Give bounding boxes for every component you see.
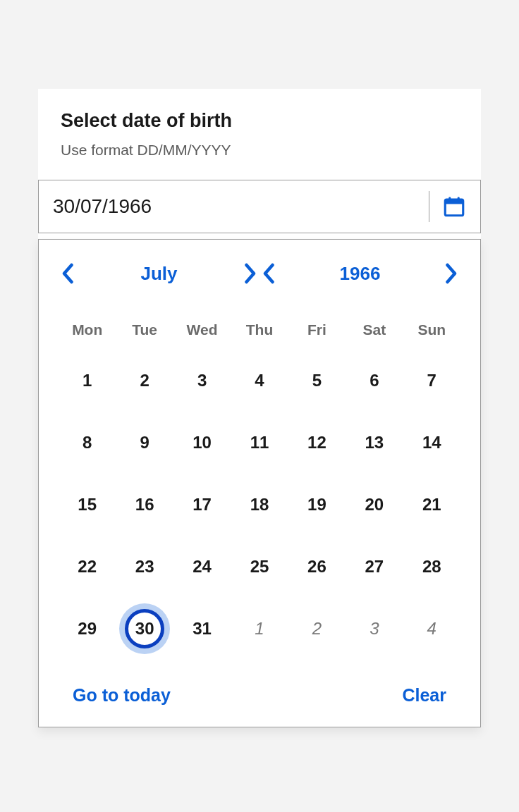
year-nav: 1966 bbox=[260, 263, 460, 285]
svg-rect-1 bbox=[445, 199, 463, 204]
format-hint: Use format DD/MM/YYYY bbox=[38, 142, 481, 159]
day-cell-other-month[interactable]: 1 bbox=[231, 598, 288, 660]
svg-rect-2 bbox=[448, 197, 451, 202]
weekday-header: Mon Tue Wed Thu Fri Sat Sun bbox=[59, 321, 460, 338]
day-cell[interactable]: 31 bbox=[173, 598, 231, 660]
day-number: 8 bbox=[83, 433, 92, 453]
day-cell[interactable]: 6 bbox=[346, 350, 403, 412]
day-cell[interactable]: 19 bbox=[288, 474, 346, 536]
weekday-label: Fri bbox=[288, 321, 346, 338]
day-number: 1 bbox=[83, 371, 92, 390]
next-month-button[interactable] bbox=[240, 264, 260, 283]
clear-button[interactable]: Clear bbox=[402, 685, 446, 706]
day-number: 2 bbox=[140, 371, 149, 390]
weekday-label: Thu bbox=[231, 321, 288, 338]
day-cell[interactable]: 26 bbox=[288, 536, 346, 598]
day-number: 3 bbox=[370, 619, 379, 639]
month-nav: July bbox=[59, 263, 260, 285]
day-number: 29 bbox=[78, 619, 97, 639]
prev-year-button[interactable] bbox=[260, 264, 279, 283]
day-cell[interactable]: 5 bbox=[288, 350, 346, 412]
day-cell[interactable]: 10 bbox=[173, 412, 231, 474]
day-number: 13 bbox=[365, 433, 384, 453]
day-cell[interactable]: 21 bbox=[403, 474, 460, 536]
day-cell[interactable]: 28 bbox=[403, 536, 460, 598]
day-number: 15 bbox=[78, 495, 97, 515]
day-cell-selected[interactable]: 30 bbox=[116, 598, 173, 660]
day-number: 23 bbox=[135, 557, 154, 577]
day-cell[interactable]: 24 bbox=[173, 536, 231, 598]
go-to-today-button[interactable]: Go to today bbox=[73, 685, 171, 706]
day-cell[interactable]: 12 bbox=[288, 412, 346, 474]
day-cell[interactable]: 3 bbox=[173, 350, 231, 412]
day-cell[interactable]: 29 bbox=[59, 598, 116, 660]
day-cell[interactable]: 9 bbox=[116, 412, 173, 474]
weekday-label: Mon bbox=[59, 321, 116, 338]
input-divider bbox=[429, 191, 429, 222]
year-label[interactable]: 1966 bbox=[340, 263, 381, 285]
chevron-left-icon bbox=[263, 263, 276, 284]
day-cell[interactable]: 18 bbox=[231, 474, 288, 536]
day-number: 10 bbox=[193, 433, 212, 453]
day-number: 4 bbox=[427, 619, 436, 639]
day-cell[interactable]: 4 bbox=[231, 350, 288, 412]
chevron-right-icon bbox=[243, 263, 256, 284]
day-cell-other-month[interactable]: 4 bbox=[403, 598, 460, 660]
day-number: 11 bbox=[250, 433, 269, 453]
day-number: 27 bbox=[365, 557, 384, 577]
day-cell[interactable]: 1 bbox=[59, 350, 116, 412]
day-cell[interactable]: 16 bbox=[116, 474, 173, 536]
weekday-label: Wed bbox=[173, 321, 231, 338]
day-number: 9 bbox=[140, 433, 149, 453]
day-number: 14 bbox=[422, 433, 441, 453]
weekday-label: Tue bbox=[116, 321, 173, 338]
day-cell[interactable]: 25 bbox=[231, 536, 288, 598]
day-number: 28 bbox=[422, 557, 441, 577]
prev-month-button[interactable] bbox=[59, 264, 78, 283]
day-number: 17 bbox=[193, 495, 212, 515]
day-cell[interactable]: 23 bbox=[116, 536, 173, 598]
day-cell[interactable]: 11 bbox=[231, 412, 288, 474]
weekday-label: Sun bbox=[403, 321, 460, 338]
chevron-right-icon bbox=[444, 263, 457, 284]
day-cell[interactable]: 22 bbox=[59, 536, 116, 598]
calendar-nav: July 1966 bbox=[59, 258, 460, 289]
day-cell[interactable]: 17 bbox=[173, 474, 231, 536]
day-cell[interactable]: 14 bbox=[403, 412, 460, 474]
day-cell[interactable]: 8 bbox=[59, 412, 116, 474]
weekday-label: Sat bbox=[346, 321, 403, 338]
day-number: 24 bbox=[193, 557, 212, 577]
day-number: 6 bbox=[370, 371, 379, 390]
day-cell[interactable]: 7 bbox=[403, 350, 460, 412]
day-number: 25 bbox=[250, 557, 269, 577]
day-number: 16 bbox=[135, 495, 154, 515]
input-right-group bbox=[429, 180, 466, 233]
day-number: 19 bbox=[307, 495, 326, 515]
day-cell[interactable]: 2 bbox=[116, 350, 173, 412]
day-number: 12 bbox=[307, 433, 326, 453]
month-label[interactable]: July bbox=[140, 263, 177, 285]
day-number: 30 bbox=[135, 619, 154, 639]
calendar-footer: Go to today Clear bbox=[59, 685, 460, 706]
day-cell-other-month[interactable]: 3 bbox=[346, 598, 403, 660]
date-input[interactable] bbox=[53, 195, 342, 218]
date-picker-card: Select date of birth Use format DD/MM/YY… bbox=[38, 89, 481, 727]
chevron-left-icon bbox=[62, 263, 75, 284]
calendar-icon[interactable] bbox=[442, 195, 466, 219]
day-number: 31 bbox=[193, 619, 212, 639]
day-cell[interactable]: 15 bbox=[59, 474, 116, 536]
next-year-button[interactable] bbox=[441, 264, 460, 283]
day-number: 3 bbox=[197, 371, 207, 390]
day-cell[interactable]: 27 bbox=[346, 536, 403, 598]
svg-rect-3 bbox=[458, 197, 460, 202]
day-number: 5 bbox=[312, 371, 322, 390]
day-number: 22 bbox=[78, 557, 97, 577]
day-cell[interactable]: 13 bbox=[346, 412, 403, 474]
day-number: 4 bbox=[255, 371, 264, 390]
page-title: Select date of birth bbox=[38, 110, 481, 132]
date-input-row bbox=[38, 180, 481, 233]
day-cell[interactable]: 20 bbox=[346, 474, 403, 536]
day-cell-other-month[interactable]: 2 bbox=[288, 598, 346, 660]
day-number: 1 bbox=[255, 619, 264, 639]
days-grid: 1234567891011121314151617181920212223242… bbox=[59, 350, 460, 660]
